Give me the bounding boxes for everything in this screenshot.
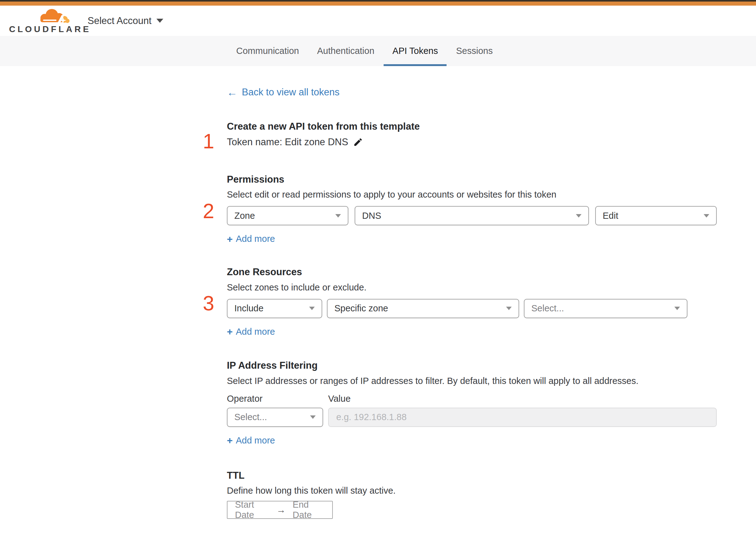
token-section-title: Create a new API token from this templat… (227, 121, 717, 132)
chevron-down-icon (156, 19, 163, 23)
token-template-form: ← Back to view all tokens 1 Create a new… (227, 66, 717, 551)
section-permissions: 2 Permissions Select edit or read permis… (227, 174, 717, 244)
chevron-down-icon (674, 307, 680, 310)
end-date-placeholder: End Date (292, 500, 325, 520)
ip-operator-dropdown[interactable]: Select... (227, 408, 323, 427)
cloudflare-wordmark: CLOUDFLARE (9, 25, 69, 34)
edit-pencil-icon[interactable] (353, 137, 363, 147)
chevron-down-icon (704, 214, 709, 217)
zone-resources-subtitle: Select zones to include or exclude. (227, 283, 717, 293)
ttl-subtitle: Define how long this token will stay act… (227, 486, 717, 496)
tab-communication[interactable]: Communication (227, 36, 307, 66)
arrow-right-icon: → (276, 505, 286, 515)
ip-filtering-add-more-link[interactable]: + Add more (227, 435, 275, 446)
zone-include-dropdown[interactable]: Include (227, 299, 322, 318)
ttl-date-range-picker[interactable]: Start Date → End Date (227, 501, 333, 519)
plus-icon: + (227, 327, 233, 337)
zone-resources-title: Zone Resources (227, 266, 717, 278)
step-number-2: 2 (200, 201, 217, 221)
plus-icon: + (227, 234, 233, 244)
permissions-title: Permissions (227, 174, 717, 185)
chevron-down-icon (576, 214, 582, 217)
chevron-down-icon (310, 416, 316, 419)
ttl-title: TTL (227, 470, 717, 481)
permissions-add-more-link[interactable]: + Add more (227, 234, 275, 244)
back-to-tokens-link[interactable]: ← Back to view all tokens (227, 87, 340, 98)
account-selector[interactable]: Select Account (88, 15, 163, 26)
step-number-1: 1 (200, 131, 217, 151)
chevron-down-icon (506, 307, 512, 310)
back-arrow-icon: ← (227, 87, 237, 97)
ip-value-input[interactable] (328, 408, 717, 427)
chevron-down-icon (309, 307, 315, 310)
section-token-name: 1 Create a new API token from this templ… (227, 121, 717, 148)
step-number-3: 3 (200, 293, 217, 314)
tab-api-tokens[interactable]: API Tokens (384, 36, 447, 66)
permission-group-dropdown[interactable]: DNS (354, 206, 589, 225)
permission-scope-dropdown[interactable]: Zone (227, 206, 348, 225)
chevron-down-icon (335, 214, 341, 217)
cloudflare-logo[interactable]: CLOUDFLARE (9, 8, 69, 34)
permissions-subtitle: Select edit or read permissions to apply… (227, 189, 717, 200)
app-header: CLOUDFLARE Select Account (0, 6, 756, 36)
zone-resources-add-more-link[interactable]: + Add more (227, 327, 275, 337)
section-ttl: TTL Define how long this token will stay… (227, 470, 717, 519)
plus-icon: + (227, 435, 233, 445)
zone-type-dropdown[interactable]: Specific zone (327, 299, 519, 318)
start-date-placeholder: Start Date (235, 500, 269, 520)
profile-tabbar: Communication Authentication API Tokens … (0, 36, 756, 66)
tab-sessions[interactable]: Sessions (447, 36, 502, 66)
ip-filtering-title: IP Address Filtering (227, 360, 717, 371)
value-label: Value (328, 394, 350, 404)
zone-select-dropdown[interactable]: Select... (524, 299, 687, 318)
operator-label: Operator (227, 394, 328, 404)
top-accent-bar (0, 2, 756, 6)
section-ip-filtering: IP Address Filtering Select IP addresses… (227, 360, 717, 446)
tab-authentication[interactable]: Authentication (308, 36, 383, 66)
cloudflare-cloud-icon (38, 8, 69, 24)
token-name-text: Token name: Edit zone DNS (227, 136, 348, 148)
back-link-label: Back to view all tokens (242, 87, 340, 98)
ip-filtering-subtitle: Select IP addresses or ranges of IP addr… (227, 376, 717, 386)
section-zone-resources: 3 Zone Resources Select zones to include… (227, 266, 717, 337)
account-selector-label: Select Account (88, 15, 151, 26)
permission-level-dropdown[interactable]: Edit (595, 206, 717, 225)
